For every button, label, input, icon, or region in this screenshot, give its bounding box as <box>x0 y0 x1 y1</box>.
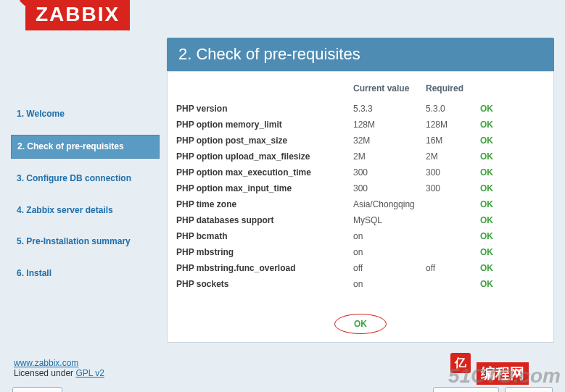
check-current: 5.3.3 <box>350 101 423 117</box>
cancel-button[interactable]: Cancel <box>12 387 62 392</box>
table-row: PHP option upload_max_filesize2M2MOK <box>169 149 552 164</box>
check-status: OK <box>477 180 552 196</box>
table-row: PHP bcmathonOK <box>169 228 552 244</box>
check-name: PHP option upload_max_filesize <box>169 149 350 164</box>
check-current: 32M <box>350 133 423 149</box>
check-current: off <box>350 260 423 276</box>
zabbix-link[interactable]: www.zabbix.com <box>14 358 78 368</box>
check-name: PHP sockets <box>169 276 350 292</box>
check-required <box>423 276 477 292</box>
check-name: PHP mbstring.func_overload <box>169 260 350 276</box>
check-current: on <box>350 244 423 260</box>
scroll-area[interactable]: Current value Required PHP version5.3.35… <box>168 72 553 302</box>
step-title: 2. Check of pre-requisites <box>167 38 554 71</box>
table-row: PHP option max_execution_time300300OK <box>169 164 552 180</box>
check-current: MySQL <box>350 212 423 228</box>
sidebar-item-configure-db[interactable]: 3. Configure DB connection <box>11 167 160 191</box>
sidebar-item-install[interactable]: 6. Install <box>11 262 160 285</box>
previous-button[interactable]: « Previous <box>433 387 499 392</box>
license-link[interactable]: GPL v2 <box>75 368 104 378</box>
table-row: PHP option post_max_size32M16MOK <box>169 133 552 149</box>
check-current: 300 <box>350 164 423 180</box>
check-name: PHP bcmath <box>169 228 350 244</box>
checks-table: Current value Required PHP version5.3.35… <box>169 79 552 292</box>
sidebar: 1. Welcome 2. Check of pre-requisites 3.… <box>11 30 160 349</box>
button-bar: Cancel « Previous Next » <box>11 387 554 392</box>
check-required: 300 <box>423 180 477 196</box>
panel: Current value Required PHP version5.3.35… <box>167 71 554 343</box>
check-status: OK <box>477 244 552 260</box>
check-status: OK <box>477 212 552 228</box>
col-name-header <box>169 79 350 101</box>
summary-bar: OK <box>168 306 553 342</box>
sidebar-item-pre-install-summary[interactable]: 5. Pre-Installation summary <box>11 230 160 254</box>
col-status-header <box>477 79 552 101</box>
check-required: 16M <box>423 133 477 149</box>
check-required: off <box>423 260 477 276</box>
check-required <box>423 228 477 244</box>
summary-status: OK <box>354 319 367 329</box>
check-name: PHP option max_input_time <box>169 180 350 196</box>
check-name: PHP option post_max_size <box>169 133 350 149</box>
check-name: PHP option max_execution_time <box>169 164 350 180</box>
sidebar-item-welcome[interactable]: 1. Welcome <box>11 103 160 126</box>
table-row: PHP databases supportMySQLOK <box>169 212 552 228</box>
check-status: OK <box>477 164 552 180</box>
table-row: PHP option memory_limit128M128MOK <box>169 117 552 133</box>
check-required: 300 <box>423 164 477 180</box>
check-status: OK <box>477 149 552 164</box>
table-row: PHP socketsonOK <box>169 276 552 292</box>
check-current: 300 <box>350 180 423 196</box>
content: 2. Check of pre-requisites Current value… <box>167 38 554 349</box>
check-required <box>423 244 477 260</box>
check-required <box>423 212 477 228</box>
table-row: PHP mbstringonOK <box>169 244 552 260</box>
license-prefix: Licensed under <box>14 368 75 378</box>
check-required: 5.3.0 <box>423 101 477 117</box>
check-current: on <box>350 228 423 244</box>
zabbix-logo: ZABBIX <box>25 0 130 30</box>
check-name: PHP databases support <box>169 212 350 228</box>
check-status: OK <box>477 276 552 292</box>
table-row: PHP version5.3.35.3.0OK <box>169 101 552 117</box>
table-row: PHP time zoneAsia/ChongqingOK <box>169 196 552 212</box>
check-status: OK <box>477 228 552 244</box>
check-required: 2M <box>423 149 477 164</box>
check-name: PHP time zone <box>169 196 350 212</box>
nav-button-group: « Previous Next » <box>433 387 553 392</box>
check-status: OK <box>477 117 552 133</box>
sidebar-item-server-details[interactable]: 4. Zabbix server details <box>11 199 160 222</box>
table-row: PHP mbstring.func_overloadoffoffOK <box>169 260 552 276</box>
check-status: OK <box>477 260 552 276</box>
check-status: OK <box>477 196 552 212</box>
main-area: 1. Welcome 2. Check of pre-requisites 3.… <box>11 30 554 349</box>
check-current: 128M <box>350 117 423 133</box>
check-name: PHP mbstring <box>169 244 350 260</box>
check-current: on <box>350 276 423 292</box>
footer: www.zabbix.com Licensed under GPL v2 <box>11 358 554 378</box>
col-required-header: Required <box>423 79 477 101</box>
check-required <box>423 196 477 212</box>
check-name: PHP version <box>169 101 350 117</box>
check-status: OK <box>477 101 552 117</box>
check-status: OK <box>477 133 552 149</box>
table-row: PHP option max_input_time300300OK <box>169 180 552 196</box>
next-button[interactable]: Next » <box>505 387 553 392</box>
check-required: 128M <box>423 117 477 133</box>
sidebar-item-prerequisites[interactable]: 2. Check of pre-requisites <box>11 135 160 159</box>
check-current: 2M <box>350 149 423 164</box>
check-current: Asia/Chongqing <box>350 196 423 212</box>
col-current-header: Current value <box>350 79 423 101</box>
table-header-row: Current value Required <box>169 79 552 101</box>
check-name: PHP option memory_limit <box>169 117 350 133</box>
